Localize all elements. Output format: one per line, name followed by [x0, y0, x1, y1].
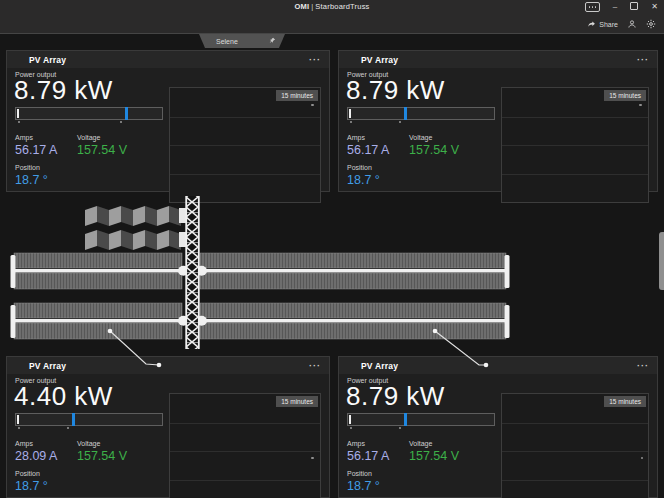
more-menu-button[interactable]: ··· — [309, 363, 321, 369]
user-button[interactable] — [627, 19, 637, 29]
power-gauge-slider[interactable] — [15, 413, 163, 426]
voltage-stat: Voltage 157.54 V — [409, 134, 459, 157]
amps-label: Amps — [15, 440, 57, 447]
gauge-value-marker[interactable] — [404, 413, 407, 426]
voltage-value: 157.54 V — [77, 449, 127, 463]
power-output-value: 8.79 kW — [14, 77, 113, 103]
chart-gridline — [502, 117, 648, 118]
voltage-stat: Voltage 157.54 V — [77, 134, 127, 157]
gauge-tick-start — [350, 427, 352, 429]
chart-range-badge[interactable]: 15 minutes — [276, 396, 318, 407]
voltage-value: 157.54 V — [77, 143, 127, 157]
power-gauge-slider[interactable] — [347, 413, 495, 426]
share-label: Share — [599, 21, 618, 28]
position-label: Position — [15, 164, 48, 171]
position-value: 18.7 ° — [15, 479, 48, 493]
settings-button[interactable] — [646, 19, 656, 29]
position-value: 18.7 ° — [347, 479, 380, 493]
chart-gridline — [170, 174, 320, 175]
more-menu-button[interactable]: ··· — [637, 363, 649, 369]
voltage-stat: Voltage 157.54 V — [77, 440, 127, 463]
power-gauge-slider[interactable] — [15, 107, 163, 120]
gauge-min-marker — [349, 415, 351, 424]
card-header: PV Array ··· — [7, 357, 329, 374]
voltage-label: Voltage — [409, 440, 459, 447]
gauge-value-marker[interactable] — [125, 107, 128, 120]
pv-array-card-top-right: PV Array ··· Power output 8.79 kW Amps 5… — [338, 50, 658, 192]
card-header: PV Array ··· — [339, 357, 657, 374]
gauge-tick-start — [18, 427, 20, 429]
card-body: Power output 8.79 kW Amps 56.17 A Voltag… — [339, 68, 657, 191]
pin-icon — [269, 37, 276, 44]
page-tab-selene[interactable]: Selene — [199, 34, 285, 48]
gauge-min-marker — [17, 415, 19, 424]
chart-data-point — [311, 104, 314, 107]
telemetry-chart[interactable]: 15 minutes — [169, 393, 321, 498]
gauge-tick-value — [120, 121, 122, 123]
user-icon — [627, 19, 637, 29]
card-title: PV Array — [361, 55, 398, 65]
chart-gridline — [170, 145, 320, 146]
more-menu-button[interactable]: ··· — [309, 57, 321, 63]
gauge-tick-start — [350, 121, 352, 123]
amps-label: Amps — [347, 440, 389, 447]
gauge-min-marker — [17, 109, 19, 118]
chart-data-point — [639, 104, 642, 107]
position-stat: Position 18.7 ° — [347, 470, 380, 493]
scrollbar-thumb[interactable] — [659, 232, 664, 290]
amps-label: Amps — [347, 134, 389, 141]
voltage-stat: Voltage 157.54 V — [409, 440, 459, 463]
amps-stat: Amps 56.17 A — [347, 440, 389, 463]
voltage-label: Voltage — [77, 440, 127, 447]
app-name: OMI — [294, 2, 309, 11]
gauge-value-marker[interactable] — [404, 107, 407, 120]
chart-range-badge[interactable]: 15 minutes — [276, 90, 318, 101]
chart-range-badge[interactable]: 15 minutes — [604, 396, 646, 407]
card-title: PV Array — [29, 55, 66, 65]
chart-gridline — [170, 423, 320, 424]
pv-array-card-bottom-left: PV Array ··· Power output 4.40 kW Amps 2… — [6, 356, 330, 498]
window-controls: – ✕ — [585, 2, 658, 12]
pv-array-card-bottom-right: PV Array ··· Power output 8.79 kW Amps 5… — [338, 356, 658, 498]
share-icon — [587, 20, 596, 29]
chart-gridline — [502, 480, 648, 481]
share-button[interactable]: Share — [587, 20, 618, 29]
page-tab-label: Selene — [216, 38, 238, 45]
gauge-value-marker[interactable] — [72, 413, 75, 426]
amps-value: 56.17 A — [347, 449, 389, 463]
chart-gridline — [502, 451, 648, 452]
amps-value: 28.09 A — [15, 449, 57, 463]
titlebar: OMI|StarboardTruss – ✕ — [0, 0, 664, 13]
chart-range-badge[interactable]: 15 minutes — [604, 90, 646, 101]
chart-data-point — [311, 457, 314, 460]
minimize-button[interactable]: – — [613, 3, 617, 11]
position-stat: Position 18.7 ° — [15, 164, 48, 187]
pv-array-card-top-left: PV Array ··· Power output 8.79 kW Amps 5… — [6, 50, 330, 192]
power-output-value: 8.79 kW — [346, 383, 445, 409]
restore-button[interactable] — [630, 2, 638, 12]
position-stat: Position 18.7 ° — [347, 164, 380, 187]
telemetry-chart[interactable]: 15 minutes — [169, 87, 321, 203]
restore-icon — [630, 2, 638, 10]
close-button[interactable]: ✕ — [651, 3, 658, 11]
more-menu-button[interactable]: ··· — [637, 57, 649, 63]
card-title: PV Array — [361, 361, 398, 371]
card-header: PV Array ··· — [7, 51, 329, 68]
power-output-value: 8.79 kW — [346, 77, 445, 103]
card-header: PV Array ··· — [339, 51, 657, 68]
card-body: Power output 8.79 kW Amps 56.17 A Voltag… — [339, 374, 657, 497]
voltage-value: 157.54 V — [409, 449, 459, 463]
gauge-min-marker — [349, 109, 351, 118]
app-badge-icon[interactable] — [585, 2, 600, 12]
telemetry-chart[interactable]: 15 minutes — [501, 87, 649, 203]
document-name: StarboardTruss — [315, 2, 369, 11]
chart-gridline — [502, 145, 648, 146]
gauge-tick-value — [67, 427, 69, 429]
power-gauge-slider[interactable] — [347, 107, 495, 120]
telemetry-chart[interactable]: 15 minutes — [501, 393, 649, 498]
voltage-label: Voltage — [409, 134, 459, 141]
window-title: OMI|StarboardTruss — [0, 2, 664, 11]
position-value: 18.7 ° — [15, 173, 48, 187]
gauge-tick-value — [399, 121, 401, 123]
chart-data-point — [641, 457, 644, 460]
